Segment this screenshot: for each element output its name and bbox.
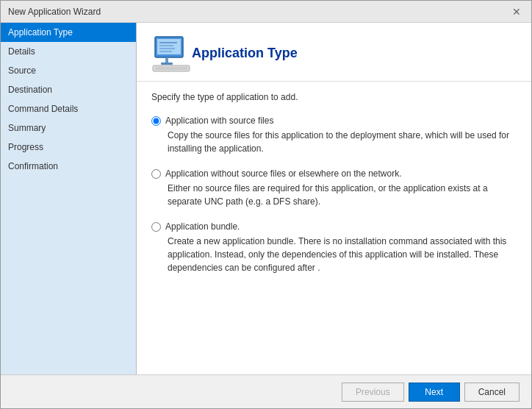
title-bar: New Application Wizard ✕ <box>1 1 531 23</box>
option-label-0: Application with source files <box>151 115 517 126</box>
wizard-body: Specify the type of application to add. … <box>137 82 531 374</box>
options-container: Application with source filesCopy the so… <box>151 115 517 274</box>
svg-rect-1 <box>157 39 181 54</box>
sidebar-item-destination[interactable]: Destination <box>1 80 136 99</box>
main-panel: Application Type Specify the type of app… <box>137 23 531 374</box>
radio-opt-source-files[interactable] <box>151 116 161 126</box>
svg-rect-3 <box>161 63 173 65</box>
option-description-1: Either no source files are required for … <box>168 182 517 208</box>
wizard-window: New Application Wizard ✕ Application Typ… <box>0 0 532 409</box>
option-label-text-2: Application bundle. <box>165 221 240 232</box>
option-description-2: Create a new application bundle. There i… <box>168 235 517 274</box>
option-group-1: Application without source files or else… <box>151 168 517 208</box>
content-area: Application TypeDetailsSourceDestination… <box>1 23 531 374</box>
sidebar-item-confirmation[interactable]: Confirmation <box>1 157 136 176</box>
close-button[interactable]: ✕ <box>509 6 524 18</box>
sidebar: Application TypeDetailsSourceDestination… <box>1 23 137 374</box>
option-description-0: Copy the source files for this applicati… <box>168 129 517 155</box>
sidebar-item-progress[interactable]: Progress <box>1 138 136 157</box>
application-icon <box>151 33 192 74</box>
previous-button[interactable]: Previous <box>342 383 404 402</box>
sidebar-item-application-type[interactable]: Application Type <box>1 23 136 42</box>
svg-rect-5 <box>155 67 187 70</box>
radio-opt-bundle[interactable] <box>151 222 161 232</box>
radio-opt-no-source[interactable] <box>151 169 161 179</box>
footer: Previous Next Cancel <box>1 374 531 408</box>
wizard-header: Application Type <box>137 23 531 82</box>
option-label-2: Application bundle. <box>151 221 517 232</box>
sidebar-item-source[interactable]: Source <box>1 61 136 80</box>
option-group-2: Application bundle.Create a new applicat… <box>151 221 517 274</box>
option-label-text-1: Application without source files or else… <box>165 168 402 179</box>
sidebar-item-command-details[interactable]: Command Details <box>1 99 136 118</box>
cancel-button[interactable]: Cancel <box>464 383 520 402</box>
option-group-0: Application with source filesCopy the so… <box>151 115 517 155</box>
svg-rect-2 <box>165 57 168 63</box>
wizard-title: Application Type <box>192 46 298 61</box>
sidebar-item-summary[interactable]: Summary <box>1 118 136 138</box>
option-label-1: Application without source files or else… <box>151 168 517 179</box>
option-label-text-0: Application with source files <box>165 115 273 126</box>
window-title: New Application Wizard <box>8 7 101 17</box>
sidebar-item-details[interactable]: Details <box>1 42 136 61</box>
instruction-text: Specify the type of application to add. <box>151 92 517 102</box>
next-button[interactable]: Next <box>409 383 460 402</box>
